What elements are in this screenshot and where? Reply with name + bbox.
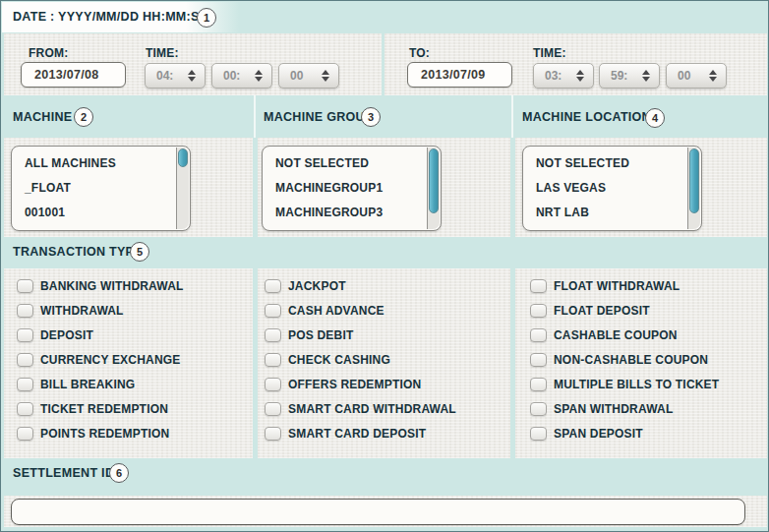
checkbox-label: POINTS REDEMPTION	[40, 427, 169, 441]
from-hour-value: 04:	[156, 69, 173, 83]
to-minute-value: 59:	[611, 69, 627, 83]
bill-breaking-checkbox[interactable]	[17, 378, 33, 391]
checkbox-label: SPAN WITHDRAWAL	[554, 402, 673, 416]
checkbox-label: CASH ADVANCE	[288, 304, 384, 318]
checkbox-label: CASHABLE COUPON	[554, 328, 678, 342]
checkbox-label: SMART CARD WITHDRAWAL	[288, 402, 456, 416]
to-minute-spinner[interactable]: 59:	[599, 63, 660, 89]
from-second-spinner[interactable]: 00	[278, 63, 339, 89]
date-format-label: DATE : YYYY/MM/DD HH:MM:SS	[13, 10, 207, 24]
ticket-redemption-checkbox[interactable]	[17, 402, 33, 416]
callout-6-badge: 6	[109, 463, 129, 483]
from-date-value: 2013/07/08	[34, 68, 99, 82]
callout-3-badge: 3	[361, 107, 381, 127]
to-date-input[interactable]: 2013/07/09	[407, 62, 512, 88]
spinner-updown-icon[interactable]	[709, 70, 717, 82]
checkbox-label: OFFERS REDEMPTION	[288, 378, 421, 391]
jackpot-checkbox[interactable]	[265, 279, 281, 293]
checkbox-label: BILL BREAKING	[40, 378, 135, 391]
checkbox-label: FLOAT WITHDRAWAL	[554, 279, 680, 293]
checkbox-label: NON-CASHABLE COUPON	[554, 353, 708, 367]
checkbox-label: CURRENCY EXCHANGE	[40, 353, 181, 367]
spinner-updown-icon[interactable]	[576, 70, 584, 82]
non-cashable-coupon-checkbox[interactable]	[530, 353, 547, 367]
machine-listbox[interactable]: ALL MACHINES _FLOAT 001001	[11, 146, 191, 231]
points-redemption-checkbox[interactable]	[17, 427, 33, 441]
machine-group-list-scrollbar[interactable]	[427, 148, 440, 229]
machine-group-option[interactable]: MACHINEGROUP1	[275, 176, 423, 201]
transaction-search-form: DATE : YYYY/MM/DD HH:MM:SS 1 FROM: TIME:…	[0, 0, 769, 532]
banking-withdrawal-checkbox[interactable]	[17, 279, 33, 293]
date-header-band: DATE : YYYY/MM/DD HH:MM:SS 1	[2, 2, 767, 32]
spinner-updown-icon[interactable]	[255, 70, 263, 82]
cashable-coupon-checkbox[interactable]	[530, 328, 547, 342]
deposit-checkbox[interactable]	[17, 328, 33, 342]
check-cashing-checkbox[interactable]	[265, 353, 281, 367]
machine-location-list-scrollbar[interactable]	[687, 148, 700, 229]
callout-5-badge: 5	[130, 242, 149, 262]
from-date-input[interactable]: 2013/07/08	[21, 62, 126, 88]
callout-4-badge: 4	[645, 108, 665, 128]
scrollbar-thumb[interactable]	[178, 148, 188, 167]
machine-option[interactable]: ALL MACHINES	[25, 151, 172, 176]
settlement-id-input[interactable]	[11, 499, 745, 525]
to-label: TO:	[409, 46, 430, 60]
cash-advance-checkbox[interactable]	[265, 304, 281, 318]
column-divider	[254, 95, 256, 138]
to-hour-spinner[interactable]: 03:	[533, 63, 594, 89]
machine-group-option[interactable]: NOT SELECTED	[275, 151, 423, 176]
machine-location-option[interactable]: NRT LAB	[536, 201, 683, 225]
spinner-updown-icon[interactable]	[322, 70, 329, 82]
scrollbar-thumb[interactable]	[429, 148, 439, 213]
checkbox-label: CHECK CASHING	[288, 353, 390, 367]
checkbox-label: DEPOSIT	[40, 328, 93, 342]
machine-group-section-label: MACHINE GROUP	[264, 110, 374, 124]
machine-location-section-label: MACHINE LOCATION	[522, 110, 651, 124]
checkbox-label: FLOAT DEPOSIT	[554, 304, 650, 318]
checkbox-label: WITHDRAWAL	[40, 304, 124, 318]
machine-group-option[interactable]: MACHINEGROUP3	[275, 201, 423, 225]
transaction-type-section-label: TRANSACTION TYPE	[13, 245, 143, 259]
to-date-value: 2013/07/09	[421, 68, 486, 82]
withdrawal-checkbox[interactable]	[17, 304, 33, 318]
multiple-bills-to-ticket-checkbox[interactable]	[530, 378, 547, 391]
machine-group-listbox[interactable]: NOT SELECTED MACHINEGROUP1 MACHINEGROUP3	[262, 146, 442, 231]
callout-2-badge: 2	[74, 107, 93, 127]
spinner-updown-icon[interactable]	[642, 70, 650, 82]
machine-location-listbox[interactable]: NOT SELECTED LAS VEGAS NRT LAB	[522, 146, 702, 231]
span-withdrawal-checkbox[interactable]	[530, 402, 547, 416]
machine-location-option[interactable]: NOT SELECTED	[536, 151, 683, 176]
column-divider	[511, 95, 513, 138]
from-minute-value: 00:	[223, 69, 240, 83]
callout-1-badge: 1	[197, 8, 216, 28]
scrollbar-thumb[interactable]	[689, 148, 699, 213]
from-label: FROM:	[29, 46, 68, 60]
pos-debit-checkbox[interactable]	[265, 328, 281, 342]
machine-location-option[interactable]: LAS VEGAS	[536, 176, 683, 201]
from-time-label: TIME:	[146, 46, 179, 60]
checkbox-label: JACKPOT	[288, 279, 346, 293]
offers-redemption-checkbox[interactable]	[265, 378, 281, 391]
from-second-value: 00	[290, 69, 303, 83]
machine-list-scrollbar[interactable]	[176, 148, 189, 229]
machine-section-label: MACHINE	[13, 110, 72, 124]
from-hour-spinner[interactable]: 04:	[145, 63, 206, 89]
to-hour-value: 03:	[545, 69, 562, 83]
machine-option[interactable]: 001001	[25, 201, 172, 225]
to-second-value: 00	[678, 69, 690, 83]
checkbox-label: TICKET REDEMPTION	[40, 402, 168, 416]
checkbox-label: SMART CARD DEPOSIT	[288, 427, 426, 441]
checkbox-label: SPAN DEPOSIT	[554, 427, 643, 441]
float-withdrawal-checkbox[interactable]	[530, 279, 547, 293]
checkbox-label: POS DEBIT	[288, 328, 353, 342]
to-second-spinner[interactable]: 00	[666, 63, 727, 89]
spinner-updown-icon[interactable]	[188, 70, 196, 82]
currency-exchange-checkbox[interactable]	[17, 353, 33, 367]
smart-card-withdrawal-checkbox[interactable]	[265, 402, 281, 416]
machine-option[interactable]: _FLOAT	[25, 176, 172, 201]
smart-card-deposit-checkbox[interactable]	[265, 427, 281, 441]
to-time-label: TIME:	[533, 46, 566, 60]
from-minute-spinner[interactable]: 00:	[211, 63, 272, 89]
span-deposit-checkbox[interactable]	[530, 427, 547, 441]
float-deposit-checkbox[interactable]	[530, 304, 547, 318]
